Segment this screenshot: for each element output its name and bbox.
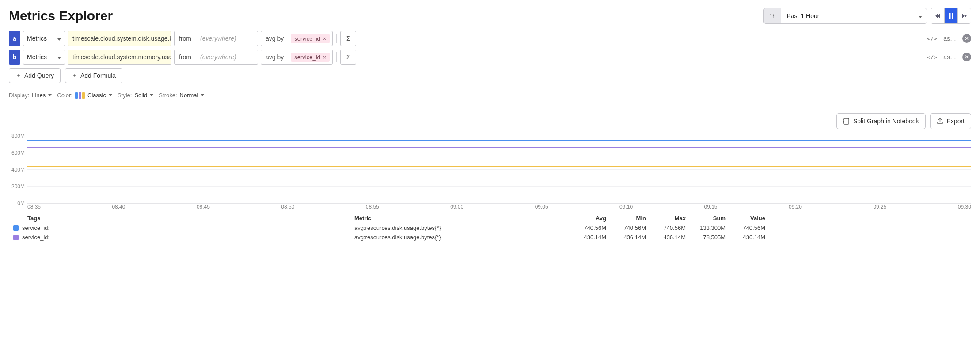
color-value[interactable]: Classic bbox=[87, 92, 106, 99]
col-min-header[interactable]: Min bbox=[606, 215, 646, 222]
display-options-bar: Display: Lines Color: Classic Style: Sol… bbox=[0, 88, 980, 107]
legend-value: 740.56M bbox=[726, 225, 765, 231]
from-label: from bbox=[175, 53, 196, 61]
notebook-icon bbox=[843, 118, 850, 125]
col-tags-header[interactable]: Tags bbox=[27, 215, 354, 222]
functions-button[interactable]: Σ bbox=[340, 50, 356, 65]
y-tick: 200M bbox=[11, 183, 25, 190]
stroke-value[interactable]: Normal bbox=[180, 92, 198, 99]
metric-input[interactable]: timescale.cloud.system.disk.usage.b bbox=[68, 31, 171, 46]
code-icon[interactable]: </> bbox=[927, 35, 937, 42]
legend-row[interactable]: service_id:avg:resources.disk.usage.byte… bbox=[27, 233, 971, 242]
x-tick: 09:30 bbox=[958, 204, 971, 211]
svg-rect-0 bbox=[949, 13, 951, 19]
split-graph-button[interactable]: Split Graph in Notebook bbox=[836, 113, 926, 129]
chevron-down-icon bbox=[150, 94, 153, 96]
page-title: Metrics Explorer bbox=[9, 8, 113, 23]
query-source-select[interactable]: Metrics bbox=[23, 31, 65, 46]
query-row: a Metrics timescale.cloud.system.disk.us… bbox=[9, 31, 971, 46]
add-formula-button[interactable]: ＋ Add Formula bbox=[65, 68, 122, 83]
legend-header: Tags Metric Avg Min Max Sum Value bbox=[27, 213, 971, 223]
group-by-tag[interactable]: service_id × bbox=[291, 53, 330, 62]
display-value[interactable]: Lines bbox=[32, 92, 46, 99]
legend-tag: service_id: bbox=[22, 225, 49, 231]
group-by[interactable]: avg by service_id × bbox=[261, 50, 333, 65]
remove-query-button[interactable]: ✕ bbox=[962, 34, 971, 43]
legend-min: 436.14M bbox=[606, 234, 646, 241]
col-avg-header[interactable]: Avg bbox=[566, 215, 606, 222]
query-builder: a Metrics timescale.cloud.system.disk.us… bbox=[0, 28, 980, 88]
time-range-picker[interactable]: 1h Past 1 Hour bbox=[763, 8, 927, 24]
from-label: from bbox=[175, 35, 196, 42]
style-value[interactable]: Solid bbox=[134, 92, 147, 99]
style-label: Style: bbox=[118, 92, 132, 99]
display-label: Display: bbox=[9, 92, 29, 99]
step-back-button[interactable] bbox=[931, 8, 944, 23]
legend-row[interactable]: service_id:avg:resources.disk.usage.byte… bbox=[27, 223, 971, 233]
x-tick: 08:55 bbox=[366, 204, 379, 211]
tag-text: service_id bbox=[294, 35, 320, 42]
alias-button[interactable]: as… bbox=[943, 35, 956, 42]
series-swatch bbox=[13, 235, 19, 240]
export-button[interactable]: Export bbox=[930, 113, 971, 129]
from-filter[interactable]: from (everywhere) bbox=[174, 50, 258, 65]
group-by-tag[interactable]: service_id × bbox=[291, 34, 330, 43]
sigma-icon: Σ bbox=[346, 53, 350, 61]
legend-metric: avg:resources.disk.usage.bytes{*} bbox=[354, 234, 566, 241]
aggregation-label: avg by bbox=[261, 53, 288, 61]
col-metric-header[interactable]: Metric bbox=[354, 215, 566, 222]
x-tick: 09:15 bbox=[704, 204, 718, 211]
legend-max: 436.14M bbox=[646, 234, 686, 241]
x-axis: 08:3508:4008:4508:5008:5509:0009:0509:10… bbox=[27, 203, 971, 211]
x-tick: 08:45 bbox=[197, 204, 210, 211]
metric-input[interactable]: timescale.cloud.system.memory.usag bbox=[68, 50, 171, 65]
query-badge[interactable]: b bbox=[9, 50, 20, 65]
divider bbox=[336, 34, 337, 43]
svg-rect-2 bbox=[844, 118, 849, 124]
legend-metric: avg:resources.disk.usage.bytes{*} bbox=[354, 225, 566, 231]
query-source-select[interactable]: Metrics bbox=[23, 50, 65, 65]
plus-icon: ＋ bbox=[72, 72, 78, 80]
y-tick: 800M bbox=[11, 133, 25, 139]
legend-avg: 436.14M bbox=[566, 234, 606, 241]
add-query-button[interactable]: ＋ Add Query bbox=[9, 68, 61, 83]
add-query-label: Add Query bbox=[24, 72, 54, 79]
y-tick: 600M bbox=[11, 150, 25, 156]
remove-tag-icon[interactable]: × bbox=[323, 35, 327, 42]
pause-button[interactable] bbox=[944, 8, 957, 23]
alias-button[interactable]: as… bbox=[943, 53, 956, 61]
x-tick: 09:05 bbox=[535, 204, 548, 211]
step-forward-button[interactable] bbox=[957, 8, 971, 23]
col-sum-header[interactable]: Sum bbox=[686, 215, 726, 222]
query-source-label: Metrics bbox=[27, 53, 47, 61]
legend-max: 740.56M bbox=[646, 225, 686, 231]
tag-text: service_id bbox=[294, 54, 320, 61]
export-icon bbox=[937, 118, 943, 125]
svg-rect-1 bbox=[952, 13, 953, 19]
series-line bbox=[27, 147, 971, 148]
color-palette-icon bbox=[75, 92, 85, 99]
query-source-label: Metrics bbox=[27, 35, 47, 42]
legend-value: 436.14M bbox=[726, 234, 765, 241]
col-max-header[interactable]: Max bbox=[646, 215, 686, 222]
chart[interactable]: 0M200M400M600M800M 08:3508:4008:4508:500… bbox=[0, 132, 980, 211]
x-tick: 09:20 bbox=[789, 204, 802, 211]
from-filter[interactable]: from (everywhere) bbox=[174, 31, 258, 46]
x-tick: 09:00 bbox=[450, 204, 463, 211]
divider bbox=[336, 52, 337, 62]
functions-button[interactable]: Σ bbox=[340, 31, 356, 46]
remove-query-button[interactable]: ✕ bbox=[962, 53, 971, 61]
query-badge[interactable]: a bbox=[9, 31, 20, 46]
remove-tag-icon[interactable]: × bbox=[323, 54, 327, 61]
grid-lines bbox=[27, 136, 971, 203]
stream-controls bbox=[931, 8, 971, 24]
x-tick: 08:35 bbox=[27, 204, 41, 211]
code-icon[interactable]: </> bbox=[927, 54, 937, 61]
chevron-down-icon bbox=[109, 94, 112, 96]
series-line bbox=[27, 202, 971, 202]
col-value-header[interactable]: Value bbox=[726, 215, 765, 222]
time-preset-badge: 1h bbox=[764, 8, 781, 23]
x-tick: 09:25 bbox=[873, 204, 886, 211]
query-row: b Metrics timescale.cloud.system.memory.… bbox=[9, 50, 971, 65]
group-by[interactable]: avg by service_id × bbox=[261, 31, 333, 46]
